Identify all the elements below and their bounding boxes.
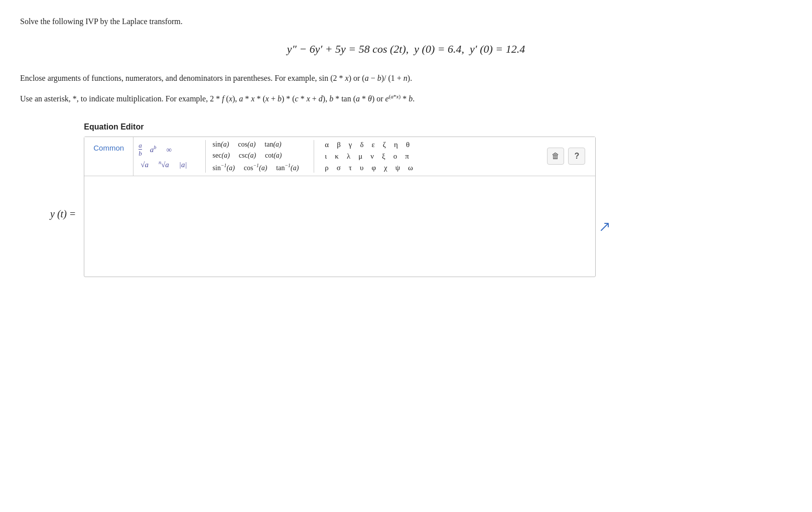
sin-button[interactable]: sin(a) xyxy=(212,140,230,149)
sec-button[interactable]: sec(a) xyxy=(212,151,231,160)
greek-mu[interactable]: μ xyxy=(357,152,364,161)
fraction-button[interactable]: a b xyxy=(139,142,142,157)
greek-omega[interactable]: ω xyxy=(407,163,415,173)
editor-toolbar: Common a b ab ∞ xyxy=(84,137,595,176)
cot-button[interactable]: cot(a) xyxy=(264,151,283,160)
greek-gamma[interactable]: γ xyxy=(347,140,354,150)
greek-zeta[interactable]: ζ xyxy=(381,140,387,150)
instruction-1: Enclose arguments of functions, numerato… xyxy=(20,72,792,85)
greek-tau[interactable]: τ xyxy=(347,163,353,173)
greek-epsilon[interactable]: ε xyxy=(370,140,376,150)
nthroot-button[interactable]: n√a xyxy=(157,159,171,170)
greek-eta[interactable]: η xyxy=(392,140,399,150)
greek-nu[interactable]: ν xyxy=(369,152,375,161)
instruction-2: Use an asterisk, *, to indicate multipli… xyxy=(20,92,792,105)
greek-pi[interactable]: π xyxy=(403,152,411,161)
greek-lambda[interactable]: λ xyxy=(345,152,352,161)
greek-rho[interactable]: ρ xyxy=(323,163,330,173)
editor-title: Equation Editor xyxy=(84,120,792,134)
greek-psi[interactable]: ψ xyxy=(394,163,401,173)
tan-button[interactable]: tan(a) xyxy=(263,140,282,149)
greek-iota[interactable]: ι xyxy=(323,152,328,161)
arccos-button[interactable]: cos−1(a) xyxy=(243,162,268,173)
sqrt-button[interactable]: √a xyxy=(139,159,151,170)
expand-button[interactable] xyxy=(600,222,610,236)
equation-input-area[interactable] xyxy=(84,176,595,277)
greek-delta[interactable]: δ xyxy=(358,140,365,150)
greek-upsilon[interactable]: υ xyxy=(358,163,365,173)
greek-theta[interactable]: θ xyxy=(404,140,411,150)
greek-alpha[interactable]: α xyxy=(323,140,330,150)
abs-button[interactable]: |a| xyxy=(177,159,189,170)
greek-xi[interactable]: ξ xyxy=(380,152,387,161)
answer-label: y (t) = xyxy=(50,206,76,222)
problem-equation: y″ − 6y′ + 5y = 58 cos (2t), y (0) = 6.4… xyxy=(20,40,792,58)
cos-button[interactable]: cos(a) xyxy=(237,140,256,149)
csc-button[interactable]: csc(a) xyxy=(238,151,257,160)
greek-beta[interactable]: β xyxy=(335,140,342,150)
trash-button[interactable]: 🗑 xyxy=(547,148,564,165)
power-button[interactable]: ab xyxy=(148,144,159,155)
greek-kappa[interactable]: κ xyxy=(333,152,340,161)
arctan-button[interactable]: tan−1(a) xyxy=(275,162,300,173)
arcsin-button[interactable]: sin−1(a) xyxy=(212,162,236,173)
infinity-button[interactable]: ∞ xyxy=(164,144,174,155)
greek-sigma[interactable]: σ xyxy=(335,163,342,173)
tab-common[interactable]: Common xyxy=(84,137,133,176)
greek-phi[interactable]: φ xyxy=(370,163,377,173)
greek-omicron[interactable]: ο xyxy=(392,152,399,161)
help-button[interactable]: ? xyxy=(568,148,585,165)
greek-chi[interactable]: χ xyxy=(382,163,389,173)
problem-title: Solve the following IVP by the Laplace t… xyxy=(20,15,792,28)
